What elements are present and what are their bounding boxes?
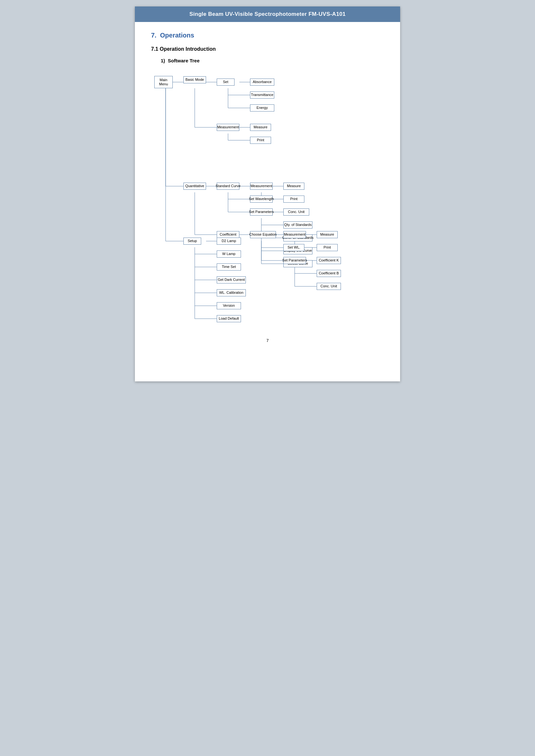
node-load-default: Load Default (217, 315, 241, 322)
node-standard-curve: Standard Curve (217, 183, 239, 190)
node-conc-unit-coeff: Conc. Unit (317, 283, 341, 290)
node-print-coeff: Print (317, 244, 338, 251)
header-title: Single Beam UV-Visible Spectrophotometer… (189, 11, 346, 17)
page: Single Beam UV-Visible Spectrophotometer… (135, 7, 400, 381)
node-setup: Setup (183, 237, 201, 245)
node-qty-standards: Qty. of Standards (283, 221, 312, 229)
page-header: Single Beam UV-Visible Spectrophotometer… (135, 7, 400, 22)
node-set: Set (217, 79, 235, 86)
node-set-wl: Set WL. (283, 244, 304, 251)
subsection-title: 7.1 Operation Introduction (151, 46, 384, 52)
node-set-wavelength: Set Wavelength (250, 196, 273, 202)
node-wl-calibration: WL. Calibration (217, 289, 246, 296)
node-version: Version (217, 302, 241, 309)
node-coefficient: Coefficient (217, 231, 239, 238)
node-get-dark-current: Get Dark Current (217, 276, 246, 284)
node-set-parameters-coeff: Set Parameters (283, 257, 306, 264)
node-basic-mode: Basic Mode (183, 76, 206, 83)
node-time-set: Time Set (217, 263, 241, 271)
node-measure-coeff: Measure (317, 231, 338, 238)
node-choose-equation: Choose Equation (250, 231, 276, 238)
node-absorbance: Absorbance (250, 79, 274, 86)
node-quantitative: Quantitative (183, 183, 206, 190)
page-number: 7 (151, 335, 384, 349)
node-d2-lamp: D2 Lamp (217, 237, 241, 245)
node-conc-unit: Conc. Unit (283, 208, 309, 216)
node-measurement-basic: Measurement (217, 124, 239, 131)
node-print-quant: Print (283, 196, 304, 202)
node-coefficient-k: Coefficient K (317, 257, 341, 264)
section-title: 7. Operations (151, 32, 384, 39)
node-coefficient-b: Coefficient B (317, 270, 341, 277)
node-measure-quant: Measure (283, 183, 304, 190)
node-measure-basic: Measure (250, 124, 271, 131)
node-print-basic: Print (250, 137, 271, 144)
node-measurement-coeff: Measurement (283, 231, 306, 238)
list-title: 1) Software Tree (161, 58, 384, 63)
tree-wrapper: MainMenu Basic Mode Quantitative Setup S… (154, 70, 384, 335)
page-content: 7. Operations 7.1 Operation Introduction… (135, 22, 400, 381)
node-main-menu: MainMenu (154, 76, 173, 88)
software-tree: MainMenu Basic Mode Quantitative Setup S… (154, 70, 384, 335)
node-measurement-quant: Measurement (250, 183, 273, 190)
node-set-parameters-quant: Set Parameters (250, 208, 273, 216)
node-energy: Energy (250, 104, 274, 112)
node-w-lamp: W Lamp (217, 251, 241, 257)
node-transmittance: Transmittance (250, 92, 274, 98)
